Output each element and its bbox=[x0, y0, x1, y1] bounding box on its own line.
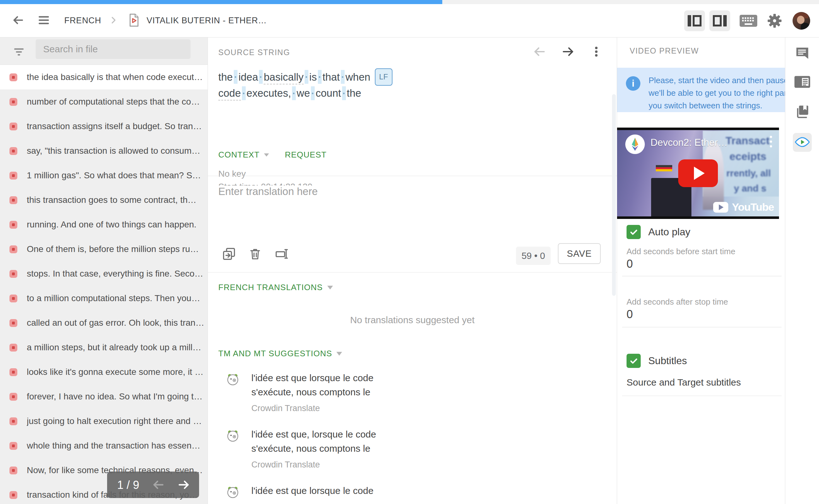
string-list-item[interactable]: called an out of gas error. Oh look, thi… bbox=[0, 311, 208, 335]
string-list-item[interactable]: running. And one of two things can happe… bbox=[0, 212, 208, 237]
subtitles-label: Subtitles bbox=[648, 355, 687, 367]
string-list-item[interactable]: the idea basically is that when code exe… bbox=[0, 65, 208, 89]
divider bbox=[208, 272, 617, 272]
string-list-item[interactable]: this transaction goes to some contract, … bbox=[0, 188, 208, 212]
main-menu-button[interactable] bbox=[37, 14, 50, 28]
keyboard-shortcuts-button[interactable] bbox=[740, 15, 757, 27]
untranslated-status-icon bbox=[9, 467, 17, 474]
space-marker bbox=[305, 70, 308, 84]
book-icon bbox=[794, 116, 810, 120]
clear-translation-button[interactable] bbox=[248, 247, 262, 262]
untranslated-status-icon bbox=[9, 245, 17, 253]
untranslated-status-icon bbox=[9, 221, 17, 229]
tab-request[interactable]: REQUEST bbox=[285, 150, 327, 160]
save-button[interactable]: SAVE bbox=[558, 243, 601, 264]
layout-left-panel-button[interactable] bbox=[684, 10, 705, 31]
play-button[interactable] bbox=[678, 159, 718, 187]
string-text: whole thing and the transaction has esse… bbox=[27, 441, 200, 451]
string-text: the idea basically is that when code exe… bbox=[27, 72, 203, 82]
youtube-player[interactable]: Transacteceiptsrrently, ally and s Devco… bbox=[617, 128, 779, 219]
string-list-item[interactable]: to a million computational steps. Then y… bbox=[0, 286, 208, 311]
untranslated-status-icon bbox=[9, 270, 17, 278]
crowdin-translate-icon bbox=[226, 429, 239, 442]
suggestion-source-label: Crowdin Translate bbox=[251, 404, 390, 413]
crowdin-translate-icon bbox=[226, 485, 239, 499]
space-marker bbox=[259, 70, 263, 84]
before-start-input[interactable] bbox=[627, 257, 696, 271]
string-list-item[interactable]: transaction assigns itself a budget. So … bbox=[0, 114, 208, 139]
next-page-button[interactable] bbox=[177, 478, 191, 493]
editor-panel: SOURCE STRING theideabasicallyisthatwhen… bbox=[208, 37, 617, 504]
divider bbox=[208, 176, 617, 176]
video-preview-toggle-button[interactable] bbox=[793, 133, 812, 152]
autoplay-checkbox[interactable] bbox=[627, 225, 641, 239]
suggestion-item[interactable]: l'idée est que, lorsque le code s'exécut… bbox=[226, 427, 390, 470]
string-text: One of them is, before the million steps… bbox=[27, 244, 199, 254]
breadcrumb-language[interactable]: FRENCH bbox=[64, 16, 101, 26]
video-title[interactable]: Devcon2: Ether… bbox=[650, 137, 728, 148]
progress-bar bbox=[0, 0, 819, 4]
string-list-item[interactable]: forever, I have no idea. So what I'm goi… bbox=[0, 384, 208, 409]
string-list-item[interactable]: number of computational steps that the c… bbox=[0, 89, 208, 114]
string-menu-button[interactable] bbox=[590, 44, 603, 60]
layout-right-icon bbox=[713, 15, 727, 26]
space-marker bbox=[234, 70, 238, 84]
search-input[interactable] bbox=[36, 39, 191, 59]
char-word-counter: 59 • 0 bbox=[516, 247, 551, 265]
string-text: forever, I have no idea. So what I'm goi… bbox=[27, 392, 203, 402]
string-list-item[interactable]: One of them is, before the million steps… bbox=[0, 237, 208, 261]
terminology-panel-button[interactable] bbox=[794, 104, 810, 120]
back-arrow-icon bbox=[11, 14, 25, 28]
suggestions-section-header[interactable]: TM AND MT SUGGESTIONS bbox=[218, 349, 342, 358]
back-button[interactable] bbox=[11, 14, 25, 28]
strings-sidebar: the idea basically is that when code exe… bbox=[0, 37, 208, 504]
scrollbar-thumb[interactable] bbox=[612, 94, 616, 296]
progress-fill bbox=[0, 0, 442, 4]
chevron-down-icon bbox=[327, 286, 333, 289]
suggestion-list: l'idée est que lorsque le code s'exécute… bbox=[226, 371, 390, 504]
suggestion-item[interactable]: l'idée est que lorsque le code s'exécute… bbox=[226, 371, 390, 413]
user-avatar[interactable] bbox=[793, 12, 810, 30]
string-list-item[interactable]: just going to halt execution right there… bbox=[0, 409, 208, 433]
next-string-button[interactable] bbox=[561, 44, 576, 60]
copy-source-button[interactable] bbox=[222, 247, 236, 262]
subtitles-mode-select[interactable]: Source and Target subtitles bbox=[627, 377, 741, 388]
comment-icon bbox=[794, 58, 810, 62]
string-list-item[interactable]: looks like it's gonna execute some more,… bbox=[0, 360, 208, 384]
text-select-icon bbox=[274, 257, 289, 262]
after-stop-label: Add seconds after stop time bbox=[627, 297, 728, 307]
select-text-button[interactable] bbox=[274, 247, 289, 262]
prev-page-button[interactable] bbox=[151, 478, 165, 493]
hamburger-icon bbox=[37, 14, 50, 28]
tab-context[interactable]: CONTEXT bbox=[218, 150, 269, 160]
filter-icon[interactable] bbox=[12, 44, 26, 60]
suggestion-item[interactable]: l'idée est que lorsque le code bbox=[226, 484, 390, 499]
string-list-item[interactable]: say, "this transaction is allowed to con… bbox=[0, 139, 208, 163]
string-list-item[interactable]: stops. In that case, everything is fine.… bbox=[0, 261, 208, 286]
linebreak-tag[interactable]: LF bbox=[375, 68, 392, 86]
string-text: to a million computational steps. Then y… bbox=[27, 293, 200, 303]
youtube-play-icon bbox=[713, 202, 728, 213]
string-list-item[interactable]: 1 million gas". So what does that mean? … bbox=[0, 163, 208, 188]
video-menu-icon[interactable] bbox=[770, 136, 772, 147]
string-list-item[interactable]: a million steps, but it already took up … bbox=[0, 335, 208, 360]
layout-right-panel-button[interactable] bbox=[709, 10, 730, 31]
prev-string-button[interactable] bbox=[532, 44, 547, 60]
notice-text: Please, start the video and then pause i… bbox=[649, 74, 785, 112]
page-indicator: 1 / 9 bbox=[117, 478, 139, 492]
suggestion-text: l'idée est que, lorsque le code s'exécut… bbox=[251, 427, 390, 455]
string-list-item[interactable]: whole thing and the transaction has esse… bbox=[0, 433, 208, 458]
chevron-down-icon bbox=[336, 352, 342, 356]
settings-button[interactable] bbox=[757, 14, 782, 28]
after-stop-input[interactable] bbox=[627, 308, 696, 321]
comments-panel-button[interactable] bbox=[794, 46, 810, 62]
untranslated-status-icon bbox=[9, 442, 17, 450]
youtube-logo[interactable]: YouTube bbox=[713, 201, 774, 213]
untranslated-status-icon bbox=[9, 393, 17, 401]
string-text: stops. In that case, everything is fine.… bbox=[27, 269, 203, 279]
context-panel-button[interactable] bbox=[794, 75, 811, 90]
file-title: VITALIK BUTERIN - ETHER… bbox=[146, 16, 266, 26]
translations-section-header[interactable]: FRENCH TRANSLATIONS bbox=[218, 283, 333, 292]
translation-input[interactable] bbox=[218, 186, 590, 236]
subtitles-checkbox[interactable] bbox=[627, 354, 641, 368]
